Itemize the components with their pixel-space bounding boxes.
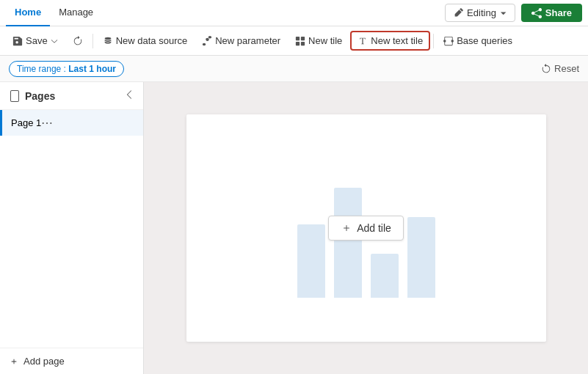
pencil-icon — [453, 8, 463, 18]
plus-icon — [9, 356, 19, 367]
sidebar-collapse-button[interactable] — [124, 89, 134, 102]
tab-manage[interactable]: Manage — [50, 0, 102, 26]
main-layout: Pages Page 1 ⋯ Add page — [0, 82, 588, 374]
dashboard-canvas: Add tile — [186, 114, 546, 342]
parameter-icon — [202, 36, 212, 46]
queries-icon — [443, 36, 454, 46]
sidebar-header: Pages — [0, 82, 143, 110]
sidebar-footer: Add page — [0, 348, 143, 374]
reset-button[interactable]: Reset — [541, 63, 579, 74]
save-button[interactable]: Save — [6, 32, 65, 50]
new-data-source-button[interactable]: New data source — [96, 32, 195, 50]
refresh-icon — [73, 36, 83, 46]
toolbar-divider-1 — [92, 34, 93, 48]
svg-rect-2 — [296, 41, 300, 45]
chevron-down-icon — [500, 10, 507, 17]
svg-rect-3 — [301, 41, 305, 45]
editing-label: Editing — [467, 7, 496, 18]
svg-rect-1 — [301, 36, 305, 40]
canvas-area: Add tile — [144, 82, 588, 374]
base-queries-button[interactable]: Base queries — [437, 32, 519, 50]
refresh-button[interactable] — [66, 32, 90, 50]
page-1-menu-button[interactable]: ⋯ — [41, 116, 53, 130]
base-queries-label: Base queries — [457, 35, 512, 46]
sidebar-title: Pages — [25, 90, 55, 102]
reset-label: Reset — [554, 63, 579, 74]
new-text-tile-label: New text tile — [371, 35, 423, 46]
add-tile-label: Add tile — [357, 222, 391, 234]
toolbar: Save New data source New parameter New t… — [0, 26, 588, 56]
new-parameter-button[interactable]: New parameter — [195, 32, 287, 50]
add-tile-button[interactable]: Add tile — [328, 216, 404, 241]
tab-home[interactable]: Home — [6, 0, 50, 26]
new-tile-button[interactable]: New tile — [288, 32, 349, 50]
add-page-label: Add page — [23, 356, 65, 367]
tile-icon — [295, 36, 305, 46]
chevron-left-icon — [124, 89, 134, 100]
filter-bar: Time range : Last 1 hour Reset — [0, 56, 588, 82]
text-tile-icon — [357, 36, 368, 46]
save-label: Save — [26, 35, 48, 46]
save-chevron-icon — [51, 37, 58, 45]
database-icon — [103, 36, 113, 46]
bar-1 — [297, 224, 325, 298]
pages-icon — [9, 90, 21, 102]
new-parameter-label: New parameter — [215, 35, 280, 46]
share-button[interactable]: Share — [521, 4, 582, 22]
page-1-item[interactable]: Page 1 ⋯ — [0, 110, 143, 136]
reset-icon — [541, 64, 551, 74]
add-page-button[interactable]: Add page — [9, 356, 65, 367]
bar-4 — [407, 217, 435, 298]
toolbar-divider-2 — [433, 34, 434, 48]
bar-2 — [334, 188, 362, 298]
save-icon — [12, 36, 23, 46]
bar-3 — [371, 254, 399, 298]
top-nav: Home Manage Editing Share — [0, 0, 588, 26]
share-icon — [531, 8, 542, 18]
plus-circle-icon — [341, 222, 352, 234]
share-label: Share — [545, 7, 572, 18]
new-text-tile-button[interactable]: New text tile — [350, 31, 430, 51]
svg-rect-0 — [296, 36, 300, 40]
new-tile-label: New tile — [308, 35, 342, 46]
time-range-filter[interactable]: Time range : Last 1 hour — [9, 61, 124, 77]
editing-button[interactable]: Editing — [445, 4, 515, 22]
sidebar: Pages Page 1 ⋯ Add page — [0, 82, 144, 374]
new-data-source-label: New data source — [116, 35, 188, 46]
chart-placeholder — [297, 188, 435, 298]
time-range-text: Time range : Last 1 hour — [17, 64, 116, 74]
page-1-label: Page 1 — [11, 117, 41, 128]
